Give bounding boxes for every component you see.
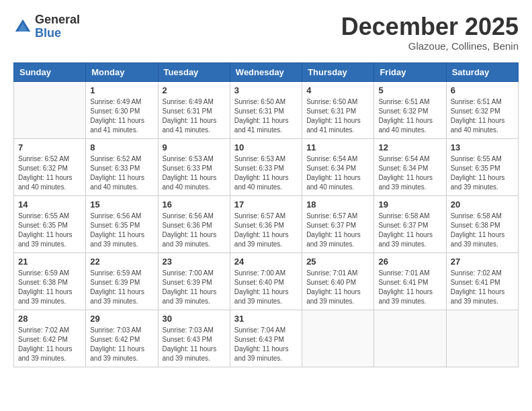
logo-general-text: General — [35, 13, 80, 27]
day-number: 3 — [234, 85, 298, 95]
day-number: 15 — [90, 199, 153, 210]
calendar-cell: 5Sunrise: 6:51 AMSunset: 6:32 PMDaylight… — [374, 81, 446, 138]
day-number: 6 — [451, 85, 514, 95]
day-info: Sunrise: 6:52 AMSunset: 6:33 PMDaylight:… — [90, 154, 153, 192]
day-info: Sunrise: 6:56 AMSunset: 6:36 PMDaylight:… — [163, 212, 226, 249]
calendar-cell: 4Sunrise: 6:50 AMSunset: 6:31 PMDaylight… — [302, 81, 374, 138]
day-number: 12 — [378, 142, 441, 152]
calendar-cell — [374, 310, 446, 367]
logo: General Blue — [13, 13, 80, 40]
calendar-cell: 25Sunrise: 7:01 AMSunset: 6:40 PMDayligh… — [302, 253, 374, 310]
day-info: Sunrise: 7:02 AMSunset: 6:42 PMDaylight:… — [18, 326, 81, 363]
day-info: Sunrise: 6:55 AMSunset: 6:35 PMDaylight:… — [18, 212, 81, 249]
day-number: 30 — [163, 314, 226, 324]
day-info: Sunrise: 6:49 AMSunset: 6:31 PMDaylight:… — [163, 97, 226, 135]
day-number: 19 — [378, 199, 441, 210]
day-info: Sunrise: 6:50 AMSunset: 6:31 PMDaylight:… — [234, 97, 298, 135]
calendar-cell: 3Sunrise: 6:50 AMSunset: 6:31 PMDaylight… — [230, 81, 302, 138]
calendar-week-row: 7Sunrise: 6:52 AMSunset: 6:32 PMDaylight… — [14, 138, 519, 195]
day-number: 4 — [306, 85, 369, 95]
calendar-cell: 7Sunrise: 6:52 AMSunset: 6:32 PMDaylight… — [14, 138, 86, 195]
calendar-cell: 9Sunrise: 6:53 AMSunset: 6:33 PMDaylight… — [158, 138, 230, 195]
day-info: Sunrise: 6:51 AMSunset: 6:32 PMDaylight:… — [451, 97, 514, 135]
day-number: 5 — [378, 85, 441, 95]
logo-text: General Blue — [35, 13, 80, 40]
logo-icon — [13, 17, 32, 36]
day-number: 25 — [306, 257, 369, 267]
calendar-week-row: 21Sunrise: 6:59 AMSunset: 6:38 PMDayligh… — [14, 253, 519, 310]
day-number: 22 — [90, 257, 153, 267]
logo-blue-text: Blue — [35, 27, 80, 40]
day-info: Sunrise: 7:02 AMSunset: 6:41 PMDaylight:… — [451, 269, 514, 306]
calendar-cell: 21Sunrise: 6:59 AMSunset: 6:38 PMDayligh… — [14, 253, 86, 310]
day-number: 28 — [18, 314, 81, 324]
calendar-cell: 13Sunrise: 6:55 AMSunset: 6:35 PMDayligh… — [446, 138, 518, 195]
day-number: 18 — [306, 199, 369, 210]
day-info: Sunrise: 6:52 AMSunset: 6:32 PMDaylight:… — [18, 154, 81, 192]
day-number: 14 — [18, 199, 81, 210]
calendar-cell: 31Sunrise: 7:04 AMSunset: 6:43 PMDayligh… — [230, 310, 302, 367]
title-block: December 2025 Glazoue, Collines, Benin — [341, 13, 519, 52]
day-info: Sunrise: 6:57 AMSunset: 6:37 PMDaylight:… — [306, 212, 369, 249]
day-info: Sunrise: 7:03 AMSunset: 6:43 PMDaylight:… — [163, 326, 226, 363]
calendar-cell — [14, 81, 86, 138]
calendar-cell: 28Sunrise: 7:02 AMSunset: 6:42 PMDayligh… — [14, 310, 86, 367]
day-number: 9 — [163, 142, 226, 152]
day-number: 17 — [234, 199, 298, 210]
day-number: 26 — [378, 257, 441, 267]
calendar-cell: 12Sunrise: 6:54 AMSunset: 6:34 PMDayligh… — [374, 138, 446, 195]
day-info: Sunrise: 6:57 AMSunset: 6:36 PMDaylight:… — [234, 212, 298, 249]
calendar-cell: 26Sunrise: 7:01 AMSunset: 6:41 PMDayligh… — [374, 253, 446, 310]
day-number: 10 — [234, 142, 298, 152]
weekday-header: Thursday — [302, 62, 374, 81]
day-info: Sunrise: 6:53 AMSunset: 6:33 PMDaylight:… — [163, 154, 226, 192]
day-number: 23 — [163, 257, 226, 267]
calendar-cell: 20Sunrise: 6:58 AMSunset: 6:38 PMDayligh… — [446, 195, 518, 253]
calendar-cell: 27Sunrise: 7:02 AMSunset: 6:41 PMDayligh… — [446, 253, 518, 310]
weekday-header: Saturday — [446, 62, 518, 81]
day-info: Sunrise: 6:59 AMSunset: 6:39 PMDaylight:… — [90, 269, 153, 306]
calendar-cell: 18Sunrise: 6:57 AMSunset: 6:37 PMDayligh… — [302, 195, 374, 253]
day-number: 16 — [163, 199, 226, 210]
calendar-cell: 16Sunrise: 6:56 AMSunset: 6:36 PMDayligh… — [158, 195, 230, 253]
calendar-cell — [446, 310, 518, 367]
day-number: 2 — [163, 85, 226, 95]
calendar-cell — [302, 310, 374, 367]
day-info: Sunrise: 7:00 AMSunset: 6:39 PMDaylight:… — [163, 269, 226, 306]
calendar-cell: 23Sunrise: 7:00 AMSunset: 6:39 PMDayligh… — [158, 253, 230, 310]
day-number: 31 — [234, 314, 298, 324]
location-title: Glazoue, Collines, Benin — [341, 40, 519, 52]
calendar-cell: 15Sunrise: 6:56 AMSunset: 6:35 PMDayligh… — [86, 195, 158, 253]
calendar-cell: 22Sunrise: 6:59 AMSunset: 6:39 PMDayligh… — [86, 253, 158, 310]
weekday-header: Sunday — [14, 62, 86, 81]
day-number: 20 — [451, 199, 514, 210]
calendar-cell: 14Sunrise: 6:55 AMSunset: 6:35 PMDayligh… — [14, 195, 86, 253]
day-info: Sunrise: 6:58 AMSunset: 6:38 PMDaylight:… — [451, 212, 514, 249]
calendar-cell: 10Sunrise: 6:53 AMSunset: 6:33 PMDayligh… — [230, 138, 302, 195]
day-number: 11 — [306, 142, 369, 152]
page-header: General Blue December 2025 Glazoue, Coll… — [13, 13, 519, 52]
weekday-header-row: SundayMondayTuesdayWednesdayThursdayFrid… — [14, 62, 519, 81]
month-title: December 2025 — [341, 13, 519, 40]
calendar-cell: 1Sunrise: 6:49 AMSunset: 6:30 PMDaylight… — [86, 81, 158, 138]
day-number: 13 — [451, 142, 514, 152]
day-info: Sunrise: 6:54 AMSunset: 6:34 PMDaylight:… — [306, 154, 369, 192]
day-info: Sunrise: 7:00 AMSunset: 6:40 PMDaylight:… — [234, 269, 298, 306]
day-number: 1 — [90, 85, 153, 95]
weekday-header: Wednesday — [230, 62, 302, 81]
day-info: Sunrise: 6:59 AMSunset: 6:38 PMDaylight:… — [18, 269, 81, 306]
day-info: Sunrise: 6:53 AMSunset: 6:33 PMDaylight:… — [234, 154, 298, 192]
weekday-header: Monday — [86, 62, 158, 81]
calendar-cell: 2Sunrise: 6:49 AMSunset: 6:31 PMDaylight… — [158, 81, 230, 138]
weekday-header: Friday — [374, 62, 446, 81]
day-info: Sunrise: 7:01 AMSunset: 6:40 PMDaylight:… — [306, 269, 369, 306]
day-info: Sunrise: 6:51 AMSunset: 6:32 PMDaylight:… — [378, 97, 441, 135]
weekday-header: Tuesday — [158, 62, 230, 81]
calendar-cell: 6Sunrise: 6:51 AMSunset: 6:32 PMDaylight… — [446, 81, 518, 138]
day-number: 8 — [90, 142, 153, 152]
day-info: Sunrise: 6:58 AMSunset: 6:37 PMDaylight:… — [378, 212, 441, 249]
day-info: Sunrise: 6:55 AMSunset: 6:35 PMDaylight:… — [451, 154, 514, 192]
day-info: Sunrise: 6:50 AMSunset: 6:31 PMDaylight:… — [306, 97, 369, 135]
calendar-cell: 29Sunrise: 7:03 AMSunset: 6:42 PMDayligh… — [86, 310, 158, 367]
day-info: Sunrise: 7:04 AMSunset: 6:43 PMDaylight:… — [234, 326, 298, 363]
